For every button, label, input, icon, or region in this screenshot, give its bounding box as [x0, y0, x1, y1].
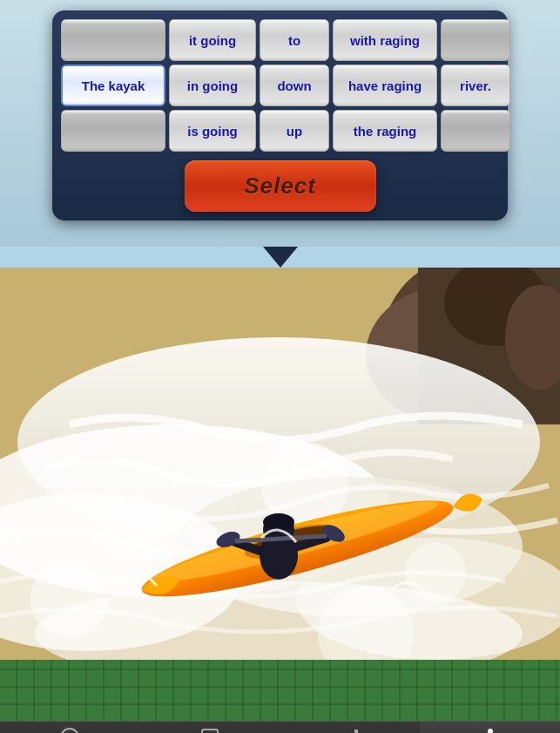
word-cell-r0-c1[interactable]: it going: [169, 19, 256, 61]
popup-area: it goingtowith ragingThe kayakin goingdo…: [0, 0, 560, 247]
svg-point-30: [61, 729, 78, 733]
stats-icon: [340, 727, 361, 733]
tab-settings[interactable]: Settings: [140, 722, 280, 733]
svg-point-24: [263, 513, 294, 531]
svg-point-13: [96, 494, 165, 564]
play-icon: [480, 727, 501, 733]
photo-area: [0, 268, 560, 660]
tab-bar: InfoSettingsStatsPlay: [0, 721, 560, 733]
select-button[interactable]: Select: [185, 160, 376, 212]
popup-pointer: [263, 247, 298, 268]
tab-info[interactable]: Info: [0, 722, 140, 733]
word-cell-r0-c4: [441, 19, 510, 61]
word-grid: it goingtowith ragingThe kayakin goingdo…: [61, 19, 499, 152]
tab-stats[interactable]: Stats: [280, 722, 421, 733]
svg-point-16: [30, 560, 109, 638]
word-cell-r0-c2[interactable]: to: [260, 19, 329, 61]
tab-play[interactable]: Play: [420, 722, 560, 733]
word-cell-r2-c2[interactable]: up: [260, 110, 329, 152]
word-cell-r2-c4: [441, 110, 510, 152]
popup-box: it goingtowith ragingThe kayakin goingdo…: [52, 10, 508, 221]
svg-rect-38: [354, 730, 358, 733]
info-icon: [59, 727, 80, 733]
settings-icon: [199, 727, 220, 733]
green-area: [0, 660, 560, 721]
kayak-scene: [0, 268, 560, 660]
word-cell-r2-c1[interactable]: is going: [169, 110, 256, 152]
svg-point-15: [405, 542, 466, 603]
word-cell-r0-c0: [61, 19, 165, 61]
word-cell-r1-c4[interactable]: river.: [441, 64, 510, 106]
svg-point-39: [488, 729, 493, 733]
word-cell-r1-c2[interactable]: down: [260, 64, 329, 106]
svg-rect-33: [202, 730, 218, 733]
word-cell-r2-c3[interactable]: the raging: [333, 110, 437, 152]
word-cell-r0-c3[interactable]: with raging: [333, 19, 437, 61]
word-cell-r1-c1[interactable]: in going: [169, 64, 256, 106]
word-cell-r2-c0: [61, 110, 165, 152]
word-cell-r1-c0[interactable]: The kayak: [61, 64, 165, 106]
word-cell-r1-c3[interactable]: have raging: [333, 64, 437, 106]
